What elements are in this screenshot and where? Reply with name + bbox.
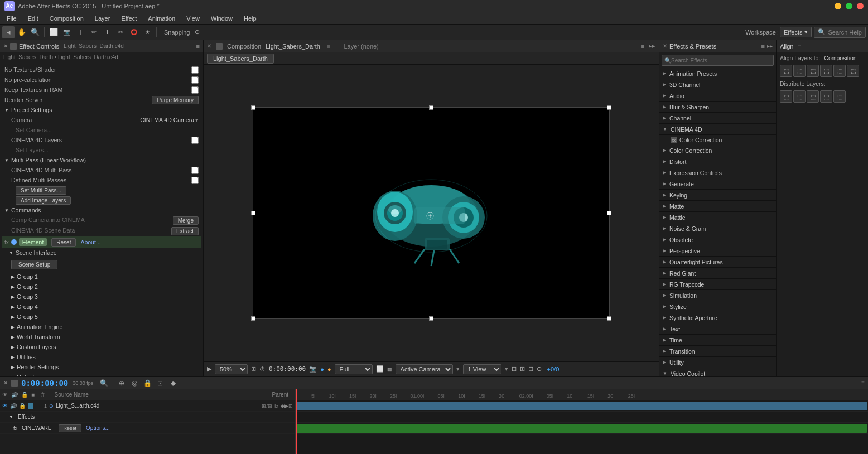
timeline-close-btn[interactable]: ✕ bbox=[3, 380, 8, 386]
effects-expand-btn[interactable]: ▸▸ bbox=[767, 43, 773, 49]
menu-composition[interactable]: Composition bbox=[45, 14, 88, 23]
effects-search-input[interactable] bbox=[671, 57, 771, 64]
effect-category-matte[interactable]: ▶ Matte bbox=[659, 201, 776, 212]
effects-panel-menu[interactable]: ≡ bbox=[761, 43, 765, 50]
scene-setup-btn[interactable]: Scene Setup bbox=[11, 260, 57, 269]
effect-category-channel[interactable]: ▶ Channel bbox=[659, 113, 776, 124]
track-lock-icon[interactable]: 🔒 bbox=[19, 403, 26, 409]
comp-tab-light-sabers[interactable]: Light_Sabers_Darth bbox=[207, 54, 274, 64]
group-3[interactable]: ▶ Group 3 bbox=[2, 292, 201, 302]
align-center-h-btn[interactable]: ⬚ bbox=[793, 65, 806, 77]
tl-keyframe-btn[interactable]: ◆ bbox=[167, 378, 179, 389]
render-settings[interactable]: ▶ Render Settings bbox=[2, 362, 201, 372]
effect-category-text[interactable]: ▶ Text bbox=[659, 323, 776, 335]
effect-category-distort[interactable]: ▶ Distort bbox=[659, 156, 776, 167]
ctrl-safe-zones[interactable]: ⊙ bbox=[537, 365, 542, 373]
quality-select[interactable]: Full Half Quarter bbox=[335, 364, 373, 374]
handle-bottom-right[interactable] bbox=[607, 316, 611, 321]
handle-mid-left[interactable] bbox=[251, 211, 255, 215]
effect-category-video-copilot[interactable]: ▼ Video Copilot bbox=[659, 368, 776, 376]
ctrl-color[interactable]: ● bbox=[320, 366, 324, 373]
dist-center-v-btn[interactable]: ⬚ bbox=[833, 90, 846, 103]
tool-text[interactable]: T bbox=[74, 26, 86, 38]
dist-center-h-btn[interactable]: ⬚ bbox=[793, 90, 806, 103]
animation-engine[interactable]: ▶ Animation Engine bbox=[2, 322, 201, 332]
section-project-settings[interactable]: ▼ Project Settings bbox=[2, 105, 201, 115]
track-audio-icon[interactable]: 🔊 bbox=[10, 403, 17, 409]
ctrl-checkerboard[interactable]: ▦ bbox=[387, 366, 392, 372]
menu-window[interactable]: Window bbox=[206, 14, 237, 23]
set-multipass-btn[interactable]: Set Multi-Pass... bbox=[16, 186, 66, 195]
effect-category-expression-controls[interactable]: ▶ Expression Controls bbox=[659, 167, 776, 178]
menu-layer[interactable]: Layer bbox=[90, 14, 115, 23]
tl-solo-btn[interactable]: ◎ bbox=[129, 378, 140, 389]
effects-search-box[interactable]: 🔍 bbox=[662, 55, 774, 66]
effect-category-color-correction[interactable]: ▶ Color Correction bbox=[659, 145, 776, 156]
effect-category-audio[interactable]: ▶ Audio bbox=[659, 90, 776, 102]
track-vis-icon[interactable]: 👁 bbox=[2, 403, 8, 409]
tool-zoom[interactable]: 🔍 bbox=[29, 26, 41, 38]
tool-hand[interactable]: ✋ bbox=[16, 26, 28, 38]
align-right-btn[interactable]: ⬚ bbox=[807, 65, 819, 77]
extract-btn[interactable]: Extract bbox=[171, 227, 199, 235]
effect-category-stylize[interactable]: ▶ Stylize bbox=[659, 301, 776, 312]
about-btn[interactable]: About... bbox=[80, 239, 100, 245]
effect-category-keying[interactable]: ▶ Keying bbox=[659, 190, 776, 201]
effect-category-noise-grain[interactable]: ▶ Noise & Grain bbox=[659, 223, 776, 234]
tool-select[interactable]: ◂ bbox=[2, 26, 15, 38]
checkbox-defined-multipasses[interactable] bbox=[191, 177, 199, 184]
group-5[interactable]: ▶ Group 5 bbox=[2, 312, 201, 322]
timeline-search[interactable]: 🔍 bbox=[100, 379, 108, 387]
tool-shape[interactable]: ★ bbox=[141, 26, 153, 38]
ctrl-res[interactable]: ⊞ bbox=[251, 365, 256, 373]
handle-top-left[interactable] bbox=[251, 105, 255, 110]
handle-bottom-center[interactable] bbox=[429, 316, 433, 321]
panel-close-btn[interactable]: ✕ bbox=[3, 43, 8, 49]
effect-category-obsolete[interactable]: ▶ Obsolete bbox=[659, 234, 776, 245]
align-bottom-btn[interactable]: ⬚ bbox=[847, 65, 859, 77]
tool-puppet[interactable]: ⭕ bbox=[128, 26, 140, 38]
effect-category-blur-sharpen[interactable]: ▶ Blur & Sharpen bbox=[659, 102, 776, 113]
snapping-toggle[interactable]: ⊕ bbox=[191, 26, 204, 38]
section-commands[interactable]: ▼ Commands bbox=[2, 205, 201, 215]
ctrl-alpha[interactable]: ⬜ bbox=[376, 365, 384, 373]
effect-category-time[interactable]: ▶ Time bbox=[659, 335, 776, 346]
effect-category-generate[interactable]: ▶ Generate bbox=[659, 178, 776, 190]
handle-bottom-left[interactable] bbox=[251, 316, 255, 321]
view-count-select[interactable]: 1 View 2 Views bbox=[463, 364, 501, 374]
effect-sub-color-correction-cinema[interactable]: fx Color Correction bbox=[659, 135, 776, 145]
camera-select[interactable]: Active Camera bbox=[396, 364, 453, 374]
ctrl-time-nav[interactable]: ⏱ bbox=[259, 366, 266, 373]
dist-right-btn[interactable]: ⬚ bbox=[807, 90, 819, 103]
cineware-options-btn[interactable]: Options... bbox=[86, 425, 110, 431]
maximize-button[interactable] bbox=[846, 3, 852, 9]
ctrl-snapshot[interactable]: 📷 bbox=[309, 365, 317, 373]
cineware-reset-btn[interactable]: Reset bbox=[59, 424, 82, 432]
ctrl-guides[interactable]: ⊟ bbox=[528, 365, 533, 373]
checkbox-no-precalc[interactable] bbox=[191, 76, 199, 84]
checkbox-cinema4d-layers[interactable] bbox=[191, 137, 199, 144]
tool-clone[interactable]: ⬆ bbox=[101, 26, 113, 38]
effect-category-3d-channel[interactable]: ▶ 3D Channel bbox=[659, 79, 776, 90]
ctrl-grid[interactable]: ⊞ bbox=[520, 365, 525, 373]
effect-category-rg-trapcode[interactable]: ▶ RG Trapcode bbox=[659, 279, 776, 290]
handle-mid-right[interactable] bbox=[607, 211, 611, 215]
effects-triangle[interactable]: ▼ bbox=[9, 414, 13, 419]
menu-view[interactable]: View bbox=[182, 14, 204, 23]
effect-category-animation-presets[interactable]: ▶ Animation Presets bbox=[659, 68, 776, 79]
group-2[interactable]: ▶ Group 2 bbox=[2, 282, 201, 292]
zoom-select[interactable]: 50% 100% 200% bbox=[215, 364, 248, 374]
checkbox-keep-textures[interactable] bbox=[191, 86, 199, 94]
close-button[interactable] bbox=[857, 3, 864, 9]
align-top-btn[interactable]: ⬚ bbox=[820, 65, 832, 77]
effect-category-perspective[interactable]: ▶ Perspective bbox=[659, 245, 776, 257]
menu-file[interactable]: File bbox=[2, 14, 21, 23]
effect-category-transition[interactable]: ▶ Transition bbox=[659, 346, 776, 357]
effect-category-quarterlight[interactable]: ▶ Quarterlight Pictures bbox=[659, 257, 776, 268]
effect-category-utility[interactable]: ▶ Utility bbox=[659, 357, 776, 368]
effect-category-simulation[interactable]: ▶ Simulation bbox=[659, 290, 776, 301]
handle-top-center[interactable] bbox=[429, 105, 433, 110]
reset-btn[interactable]: Reset bbox=[51, 238, 76, 247]
dist-top-btn[interactable]: ⬚ bbox=[820, 90, 832, 103]
align-panel-menu[interactable]: ≡ bbox=[798, 43, 801, 49]
